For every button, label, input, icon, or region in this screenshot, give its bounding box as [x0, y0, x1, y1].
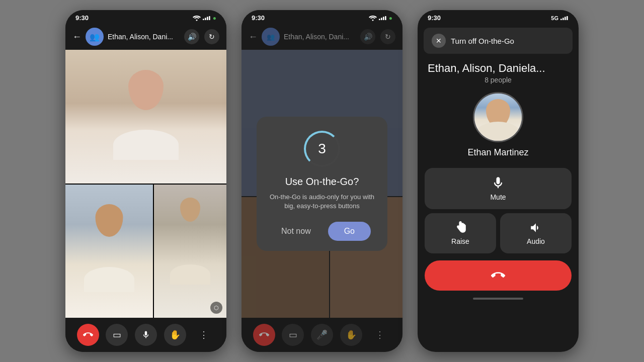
phone2-raise-btn[interactable]: ✋: [340, 324, 362, 346]
5g-icon: 5G: [551, 15, 558, 21]
signal-icon: [203, 15, 211, 21]
phone2-back-icon[interactable]: ←: [249, 32, 258, 42]
phone2-end-call-icon: [259, 330, 269, 340]
phone3-audio-btn[interactable]: Audio: [500, 213, 572, 253]
phone2-status-icons: ●: [369, 15, 392, 22]
svg-rect-11: [567, 16, 568, 20]
phone3: 9:30 5G ✕ Turn off On-the-Go Ethan, Alis…: [418, 10, 579, 352]
phone2-video-area: 3 Use On-the-Go? On-the-Go is audio-only…: [242, 50, 403, 318]
phone3-person-name: Ethan Martinez: [418, 147, 579, 158]
phone2-wifi-icon: [369, 15, 377, 21]
phone1-call-names: Ethan, Alison, Dani...: [108, 33, 180, 41]
phone3-notch: [491, 10, 506, 15]
phone1-participant-1: [65, 50, 226, 184]
svg-rect-7: [385, 16, 386, 20]
go-button[interactable]: Go: [328, 222, 371, 241]
countdown-circle: 3: [304, 131, 340, 167]
phone1-call-controls: ▭ ✋ ⋮: [65, 318, 226, 352]
phone1-speaker-btn[interactable]: 🔊: [184, 29, 199, 44]
phone1-participant-2-face: [65, 185, 153, 318]
phone1-video-grid: ⬡: [65, 50, 226, 318]
svg-rect-10: [565, 17, 566, 20]
phone2-status-bar: 9:30 ●: [242, 10, 403, 24]
phone2-mic-btn[interactable]: 🎤: [311, 324, 333, 346]
dialog-actions: Not now Go: [269, 222, 375, 241]
phone3-status-bar: 9:30 5G: [418, 10, 579, 24]
phone3-signal-icon: [560, 15, 569, 21]
phone3-status-icons: 5G: [551, 15, 569, 21]
phone2-call-header: ← 👥 Ethan, Alison, Dani... 🔊 ↻: [242, 24, 403, 50]
phone2-flip-btn[interactable]: ↻: [380, 29, 395, 44]
phone1-status-icons: ●: [193, 15, 216, 22]
svg-rect-2: [207, 17, 208, 20]
phone3-raise-btn[interactable]: Raise: [425, 213, 496, 253]
phone1-mic-btn[interactable]: [135, 324, 157, 346]
end-call-icon: [83, 330, 93, 340]
phone1-flip-btn[interactable]: ↻: [204, 29, 219, 44]
phone2: 9:30 ● ← 👥 Ethan, Alison, Dani... 🔊 ↻: [242, 10, 403, 352]
phone2-signal-icon: [379, 15, 387, 21]
phone1-raise-btn[interactable]: ✋: [164, 324, 186, 346]
otg-close-btn[interactable]: ✕: [432, 34, 446, 48]
phone1-video-bottom: ⬡: [65, 185, 226, 318]
phone1-call-header: ← 👥 Ethan, Alison, Dani... 🔊 ↻: [65, 24, 226, 50]
phone3-mute-label: Mute: [490, 193, 506, 201]
phone3-home-indicator: [473, 298, 523, 300]
svg-rect-3: [209, 16, 210, 20]
phone3-call-name: Ethan, Alison, Daniela...: [418, 58, 579, 76]
phone2-controls: ▭ 🎤 ✋ ⋮: [242, 318, 403, 352]
mic-icon: [141, 330, 150, 339]
not-now-button[interactable]: Not now: [273, 223, 319, 240]
svg-rect-6: [383, 17, 384, 20]
svg-rect-5: [381, 18, 382, 20]
phone1-end-call-btn[interactable]: [77, 324, 99, 346]
dialog-description: On-the-Go is audio-only for you with big…: [269, 193, 375, 211]
svg-rect-1: [205, 18, 206, 20]
otg-banner: ✕ Turn off On-the-Go: [424, 28, 573, 54]
phone1-status-bar: 9:30 ●: [65, 10, 226, 24]
phone3-mute-btn[interactable]: Mute: [425, 168, 572, 209]
phone3-audio-label: Audio: [527, 237, 545, 245]
phone2-call-names: Ethan, Alison, Dani...: [284, 33, 356, 41]
phone2-more-btn[interactable]: ⋮: [369, 324, 391, 346]
phone1-more-btn[interactable]: ⋮: [193, 324, 215, 346]
phone3-people-count: 8 people: [418, 76, 579, 84]
phone1-avatar-group: 👥: [86, 28, 104, 46]
phone2-time: 9:30: [252, 14, 265, 22]
phone1-participant-2: [65, 185, 153, 318]
phone1-participant-3-face: [154, 185, 226, 318]
svg-rect-4: [379, 19, 380, 20]
phone3-avatar-face: [474, 94, 522, 141]
phone2-speaker-btn[interactable]: 🔊: [360, 29, 375, 44]
phone3-end-call-btn[interactable]: [425, 260, 572, 291]
phone1-pip-icon: ⬡: [210, 302, 222, 314]
dialog-overlay: 3 Use On-the-Go? On-the-Go is audio-only…: [242, 50, 403, 318]
wifi-icon: [193, 15, 201, 21]
raise-icon: [454, 221, 467, 234]
phone2-end-call-btn[interactable]: [253, 324, 275, 346]
phone3-raise-label: Raise: [451, 237, 469, 245]
phone2-avatar-group: 👥: [262, 28, 280, 46]
phone1-video-btn[interactable]: ▭: [106, 324, 128, 346]
phone1-header-actions: 🔊 ↻: [184, 29, 219, 44]
phone2-video-btn[interactable]: ▭: [282, 324, 304, 346]
otg-dialog: 3 Use On-the-Go? On-the-Go is audio-only…: [257, 117, 387, 251]
phone3-row-btns: Raise Audio: [425, 213, 572, 253]
dialog-title: Use On-the-Go?: [269, 176, 375, 188]
svg-rect-0: [203, 19, 204, 20]
phone3-end-call-icon: [491, 268, 505, 283]
phone2-header-actions: 🔊 ↻: [360, 29, 395, 44]
svg-rect-8: [560, 19, 562, 20]
audio-icon: [529, 221, 542, 234]
otg-banner-text: Turn off On-the-Go: [451, 37, 514, 45]
back-icon[interactable]: ←: [72, 32, 82, 42]
phone1-participant-3: ⬡: [154, 185, 226, 318]
phone3-mute-icon: [491, 176, 505, 190]
phone3-avatar: [473, 92, 523, 142]
svg-rect-9: [562, 18, 564, 20]
phone1-time: 9:30: [75, 14, 89, 22]
countdown-number: 3: [318, 141, 326, 157]
phone1-video-top: [65, 50, 226, 184]
phone3-time: 9:30: [428, 14, 441, 22]
phone1: 9:30 ● ← 👥 Ethan, Alison, Dani... 🔊 ↻: [65, 10, 226, 352]
